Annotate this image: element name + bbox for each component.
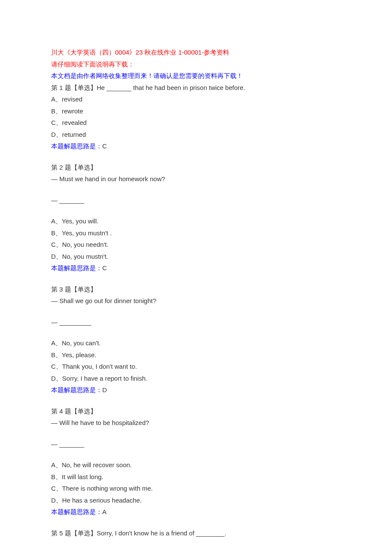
question-1-option-a: A、revised [51,94,341,105]
question-2-line-1: — Must we hand in our homework now? [51,173,341,185]
question-2-line-3: — _______ [51,195,341,206]
question-4-option-d: D、He has a serious headache. [51,495,341,506]
question-4-option-a: A、No, he will recover soon. [51,460,341,471]
answer-prefix: 本题解题思路是： [51,508,102,515]
note-instruction-1: 请仔细阅读下面说明再下载： [51,59,341,70]
question-4-line-1: — Will he have to be hospitalized? [51,417,341,428]
answer-value: D [102,386,107,393]
question-5-header: 第 5 题【单选】Sorry, I don't know he is a fri… [51,528,341,539]
answer-value: C [102,142,107,150]
question-3-option-a: A、No, you can't. [51,338,341,349]
question-2-option-c: C、No, you needn't. [51,239,341,250]
question-1-option-d: D、returned [51,129,341,140]
question-2-answer: 本题解题思路是：C [51,263,341,274]
answer-value: C [102,264,107,272]
question-3-line-3: — _________ [51,317,341,328]
note-instruction-2: 本文档是由作者网络收集整理而来！请确认是您需要的资料再下载！ [51,70,341,81]
question-3-option-b: B、Yes, please. [51,350,341,361]
answer-prefix: 本题解题思路是： [51,386,102,393]
question-4-answer: 本题解题思路是：A [51,506,341,517]
document-title: 川大《大学英语（四）0004》23 秋在线作业 1-00001-参考资料 [51,47,341,58]
question-1-answer: 本题解题思路是：C [51,141,341,152]
question-4-line-3: — _______ [51,439,341,450]
answer-prefix: 本题解题思路是： [51,142,102,150]
question-4-option-b: B、It will last long. [51,471,341,483]
question-2-header: 第 2 题【单选】 [51,162,341,173]
question-3-answer: 本题解题思路是：D [51,384,341,396]
question-3-option-d: D、Sorry, I have a report to finish. [51,373,341,384]
question-4-option-c: C、There is nothing wrong with me. [51,483,341,494]
question-4-header: 第 4 题【单选】 [51,406,341,417]
question-3-option-c: C、Thank you, I don't want to. [51,361,341,372]
question-2-option-d: D、No, you mustn't. [51,251,341,262]
question-3-line-1: — Shall we go out for dinner tonight? [51,295,341,306]
question-3-header: 第 3 题【单选】 [51,284,341,295]
question-2-option-b: B、Yes, you mustn't . [51,228,341,239]
question-1-option-b: B、rewrote [51,106,341,117]
question-1-header: 第 1 题【单选】He _______ that he had been in … [51,82,341,93]
question-1-option-c: C、revealed [51,117,341,128]
question-2-option-a: A、Yes, you will. [51,216,341,227]
answer-value: A [102,508,107,515]
answer-prefix: 本题解题思路是： [51,264,102,272]
